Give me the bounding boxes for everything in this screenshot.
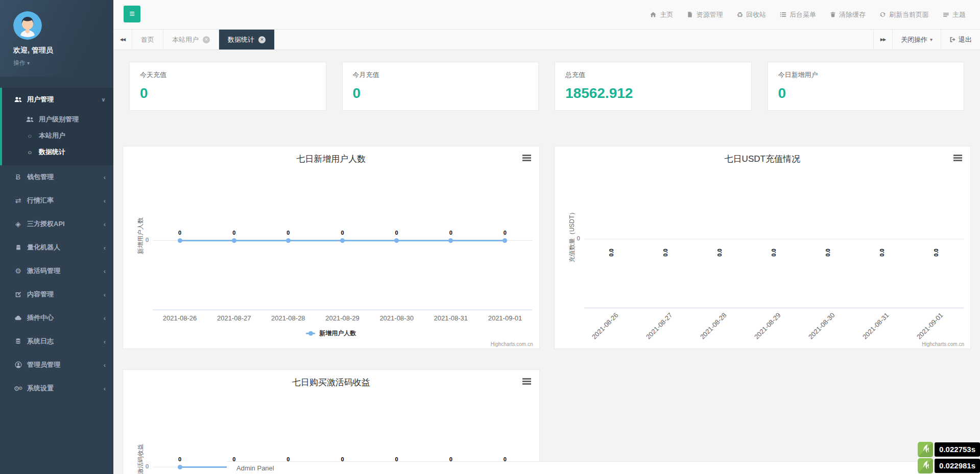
tab-close-icon[interactable]: ×: [203, 36, 210, 43]
sidebar-item[interactable]: 内容管理‹: [2, 283, 113, 306]
data-point-marker[interactable]: [232, 238, 236, 243]
close-operations-dropdown[interactable]: 关闭操作▾: [892, 30, 941, 49]
sidebar-subitem-label: 本站用户: [39, 131, 65, 140]
chart-menu-button[interactable]: [522, 378, 531, 385]
tab-close-icon[interactable]: ×: [258, 36, 266, 43]
chart-menu-button[interactable]: [522, 155, 531, 161]
sidebar-item[interactable]: ⚙⚙系统设置‹: [2, 377, 113, 400]
data-label: 0: [395, 230, 398, 236]
circle-icon: ○: [25, 148, 35, 156]
sidebar-item[interactable]: ⚙激活码管理‹: [2, 259, 113, 283]
y-axis-tick: 0: [136, 463, 149, 469]
navbar-link[interactable]: 主题: [943, 10, 966, 19]
chevron-left-icon: ‹: [104, 385, 106, 392]
chevron-down-icon: ∨: [101, 96, 106, 103]
navbar-link[interactable]: 后台菜单: [780, 10, 816, 19]
tabs-scroll-left-button[interactable]: ◀◀: [113, 30, 132, 49]
sidebar-subitem[interactable]: ○本站用户: [2, 128, 113, 144]
sidebar-group: ⚙激活码管理‹: [0, 259, 113, 283]
navbar-link[interactable]: ♻回收站: [736, 10, 766, 19]
performance-badge[interactable]: 0.022981s: [918, 458, 980, 473]
chart-card-usdt-recharge: 七日USDT充值情况 充值数量（USDT） Highcharts.com.cn …: [554, 146, 971, 349]
stat-card: 总充值18562.912: [555, 62, 752, 111]
sidebar-item-label: 系统日志: [27, 337, 54, 346]
x-axis-line: [584, 308, 964, 308]
data-point-marker[interactable]: [286, 238, 291, 243]
navbar-link-label: 刷新当前页面: [889, 10, 929, 19]
chart-menu-button[interactable]: [953, 155, 962, 161]
tab[interactable]: 本站用户×: [163, 30, 219, 49]
data-label: 0: [504, 230, 507, 236]
navbar-links: 主页资源管理♻回收站后台菜单清除缓存刷新当前页面主题: [650, 0, 966, 29]
sidebar-item[interactable]: 系统日志‹: [2, 330, 113, 353]
data-point-marker[interactable]: [394, 238, 399, 243]
data-point-marker[interactable]: [178, 465, 182, 469]
data-point-marker[interactable]: [503, 238, 507, 243]
sidebar-item[interactable]: 管理员管理‹: [2, 353, 113, 377]
x-axis-label: 2021-08-27: [217, 314, 251, 322]
navbar-link[interactable]: 主页: [650, 10, 673, 19]
tabs-scroll-right-button[interactable]: ▶▶: [873, 30, 892, 49]
legend[interactable]: 新增用户人数: [123, 329, 539, 338]
data-label: 0: [178, 230, 181, 236]
x-axis-label: 2021-08-29: [325, 314, 360, 322]
navbar-link[interactable]: 刷新当前页面: [879, 10, 929, 19]
sidebar-item-label: 三方授权API: [27, 219, 65, 229]
data-label: 0.0: [771, 248, 777, 256]
navbar-link-label: 资源管理: [696, 10, 723, 19]
tabs: 首页本站用户×数据统计×: [132, 30, 275, 49]
sidebar-subitem[interactable]: ○数据统计: [2, 144, 113, 160]
navbar-link[interactable]: 资源管理: [687, 10, 723, 19]
x-axis-label: 2021-08-26: [163, 314, 197, 322]
sidebar-item[interactable]: Ƀ钱包管理‹: [2, 165, 113, 189]
sidebar-item[interactable]: 用户管理∨: [2, 88, 113, 111]
data-label: 0.0: [879, 248, 885, 256]
sidebar-subitem-label: 数据统计: [39, 147, 65, 157]
tab[interactable]: 首页: [132, 30, 163, 49]
stat-cards: 今天充值0今月充值0总充值18562.912今日新增用户0: [129, 62, 964, 111]
stat-value: 0: [353, 85, 529, 102]
navbar-link[interactable]: 清除缓存: [830, 10, 866, 19]
navbar-link-label: 主页: [660, 10, 673, 19]
sidebar-item[interactable]: 量化机器人‹: [2, 236, 113, 259]
footer-text: Admin Panel: [236, 464, 274, 472]
sidebar-item[interactable]: ◈三方授权API‹: [2, 212, 113, 236]
chevron-left-icon: ‹: [104, 338, 106, 345]
data-point-marker[interactable]: [178, 238, 182, 243]
data-label: 0: [449, 230, 452, 236]
sidebar-group: 系统日志‹: [0, 330, 113, 353]
data-label: 0.0: [608, 248, 614, 256]
x-axis-line: [153, 310, 532, 310]
data-label: 0: [232, 230, 235, 236]
stat-card: 今月充值0: [342, 62, 539, 111]
sidebar-item[interactable]: 插件中心‹: [2, 306, 113, 330]
data-label: 0.0: [825, 248, 831, 256]
navbar-link-label: 清除缓存: [839, 10, 866, 19]
sidebar-group: 内容管理‹: [0, 283, 113, 306]
data-point-marker[interactable]: [448, 238, 453, 243]
caret-down-icon: ▾: [930, 37, 933, 42]
sidebar-toggle-button[interactable]: ≡: [124, 6, 140, 22]
avatar[interactable]: [13, 11, 42, 40]
tab[interactable]: 数据统计×: [219, 30, 275, 49]
sidebar-subitem[interactable]: 用户级别管理: [2, 111, 113, 128]
highcharts-credit[interactable]: Highcharts.com.cn: [491, 341, 533, 347]
x-axis-label: 2021-08-31: [434, 314, 468, 322]
file-icon: [687, 11, 693, 18]
sidebar-group: Ƀ钱包管理‹: [0, 165, 113, 189]
users-icon: [25, 116, 35, 123]
highcharts-credit[interactable]: Highcharts.com.cn: [922, 341, 964, 347]
data-point-marker[interactable]: [340, 238, 345, 243]
chevron-left-icon: ‹: [104, 291, 106, 298]
profile-action-dropdown[interactable]: 操作▾: [13, 59, 113, 67]
stat-value: 0: [140, 85, 316, 102]
database-icon: [13, 338, 23, 345]
performance-badge[interactable]: 0.022753s: [918, 442, 980, 457]
recycle-icon: ♻: [736, 11, 743, 19]
logout-button[interactable]: 退出: [941, 30, 980, 49]
trash-icon: [830, 11, 836, 18]
x-axis-label: 2021-08-29: [753, 311, 782, 341]
bitcoin-icon: Ƀ: [13, 173, 23, 181]
sidebar-item[interactable]: ⇄行情汇率‹: [2, 189, 113, 212]
users-icon: [13, 96, 23, 104]
